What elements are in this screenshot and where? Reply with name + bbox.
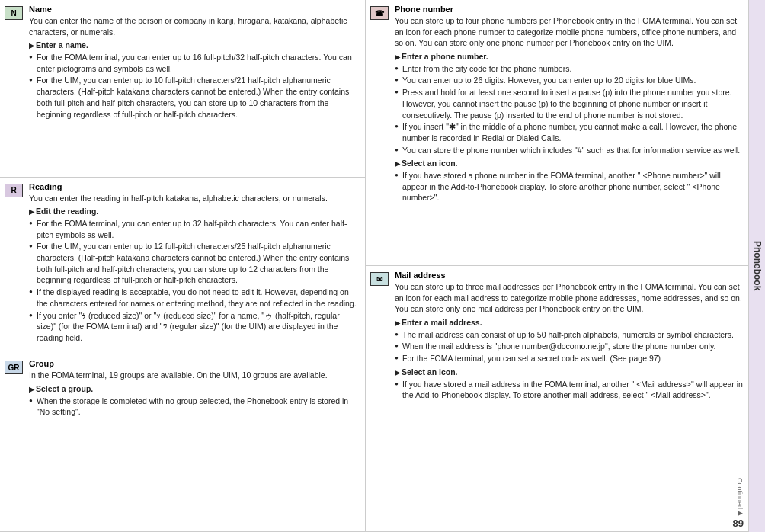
entry-phone: ☎Phone numberYou can store up to four ph… (366, 0, 748, 266)
phone-icon-cell: ☎ (366, 0, 393, 265)
bullet-item: Enter from the city code for the phone n… (395, 63, 744, 75)
phone-body: You can store up to four phone numbers p… (395, 15, 744, 204)
left-column: NNameYou can enter the name of the perso… (0, 0, 366, 532)
bullet-item: When the storage is completed with no gr… (29, 396, 360, 418)
phone-content: Phone numberYou can store up to four pho… (393, 0, 748, 265)
bullet-item: If you insert "✱" in the middle of a pho… (395, 121, 744, 143)
bullet-item: For the UIM, you can enter up to 12 full… (29, 241, 360, 286)
body-text: You can store up to three mail addresses… (395, 281, 744, 315)
phone-title: Phone number (395, 5, 744, 14)
page-number: 89 (733, 518, 744, 529)
bullet-item: When the mail address is "phone number@d… (395, 341, 744, 352)
action-item: Enter a name. (29, 40, 360, 51)
entry-mail: ✉Mail addressYou can store up to three m… (366, 266, 748, 532)
mail-icon: ✉ (370, 272, 389, 286)
bullet-item: If the displayed reading is acceptable, … (29, 287, 360, 309)
bullet-item: If you have stored a phone number in the… (395, 170, 744, 204)
right-entries: ☎Phone numberYou can store up to four ph… (366, 0, 765, 532)
bullet-item: You can store the phone number which inc… (395, 145, 744, 156)
entry-group: GRGroupIn the FOMA terminal, 19 groups a… (0, 354, 365, 532)
bullet-item: For the FOMA terminal, you can enter up … (29, 218, 360, 240)
entry-name: NNameYou can enter the name of the perso… (0, 0, 365, 178)
right-column: ☎Phone numberYou can store up to four ph… (366, 0, 765, 532)
group-title: Group (29, 359, 360, 368)
bullet-item: If you have stored a mail address in the… (395, 379, 744, 401)
action-item: Select a group. (29, 383, 360, 395)
reading-icon-cell: R (0, 178, 27, 354)
group-body: In the FOMA terminal, 19 groups are avai… (29, 370, 360, 418)
body-text: In the FOMA terminal, 19 groups are avai… (29, 370, 360, 381)
reading-body: You can enter the reading in half-pitch … (29, 193, 360, 344)
action-item: Enter a mail address. (395, 317, 744, 328)
name-icon-cell: N (0, 0, 27, 177)
mail-content: Mail addressYou can store up to three ma… (393, 266, 748, 531)
mail-body: You can store up to three mail addresses… (395, 281, 744, 401)
main-content: NNameYou can enter the name of the perso… (0, 0, 765, 532)
bullet-item: The mail address can consist of up to 50… (395, 329, 744, 341)
name-title: Name (29, 5, 360, 14)
action-item: Edit the reading. (29, 206, 360, 217)
group-icon: GR (5, 361, 23, 374)
bullet-item: If you enter "ｩ (reduced size)" or "ｯ (r… (29, 310, 360, 344)
bullet-item: For the UIM, you can enter up to 10 full… (29, 75, 360, 120)
action-item: Enter a phone number. (395, 51, 744, 62)
group-icon-cell: GR (0, 354, 27, 531)
mail-title: Mail address (395, 271, 744, 280)
mail-icon-cell: ✉ (366, 266, 393, 531)
reading-title: Reading (29, 182, 360, 191)
reading-icon: R (5, 184, 23, 197)
reading-content: ReadingYou can enter the reading in half… (27, 178, 365, 354)
action-item: Select an icon. (395, 158, 744, 169)
bullet-item: You can enter up to 26 digits. However, … (395, 75, 744, 86)
body-text: You can store up to four phone numbers p… (395, 15, 744, 49)
bullet-item: For the FOMA terminal, you can set a sec… (395, 353, 744, 364)
body-text: You can enter the reading in half-pitch … (29, 193, 360, 204)
body-text: You can enter the name of the person or … (29, 15, 360, 37)
phone-icon: ☎ (370, 6, 389, 20)
name-content: NameYou can enter the name of the person… (27, 0, 365, 177)
side-tab: Phonebook (748, 0, 765, 532)
bullet-item: For the FOMA terminal, you can enter up … (29, 52, 360, 74)
bullet-item: Press and hold for at least one second t… (395, 87, 744, 120)
name-body: You can enter the name of the person or … (29, 15, 360, 120)
action-item: Select an icon. (395, 367, 744, 378)
entry-reading: RReadingYou can enter the reading in hal… (0, 178, 365, 355)
continued-label: Continued▶ (736, 478, 744, 517)
group-content: GroupIn the FOMA terminal, 19 groups are… (27, 354, 365, 531)
name-icon: N (5, 6, 23, 20)
